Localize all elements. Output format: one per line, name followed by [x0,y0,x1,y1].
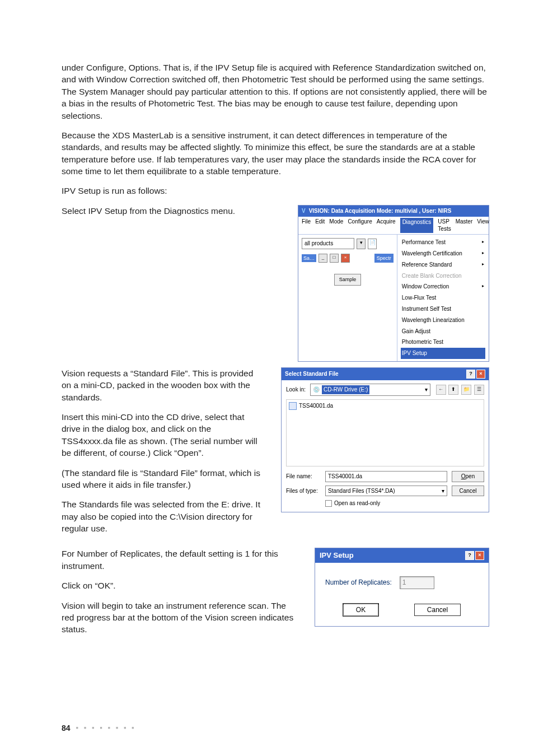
menu-item-wavelength-cert[interactable]: Wavelength Certification▸ [401,248,485,259]
read-only-checkbox[interactable]: Open as read-only [325,500,484,507]
menu-mode[interactable]: Mode [329,218,343,234]
paragraph: IPV Setup is run as follows: [62,185,489,197]
up-icon[interactable]: ⬆ [448,385,458,395]
cancel-button[interactable]: Cancel [414,604,461,617]
new-doc-icon[interactable]: 📄 [368,239,377,249]
window-title: VISION: Data Acquisition Mode: multivial… [309,207,452,215]
menu-item-photometric-test[interactable]: Photometric Test [401,337,485,348]
dialog-title: IPV Setup [320,550,354,561]
close-icon[interactable]: × [476,370,485,379]
page-number: 84 [62,723,71,734]
product-dropdown-value: all products [305,240,333,248]
help-icon[interactable]: ? [465,551,474,560]
file-name-input[interactable]: TSS40001.da [325,471,447,482]
look-in-label: Look in: [286,386,306,394]
minimize-icon[interactable]: _ [318,254,327,263]
menu-item-create-blank: Create Blank Correction [401,270,485,282]
menu-acquire[interactable]: Acquire [377,218,396,234]
page-footer: 84 ▪ ▪ ▪ ▪ ▪ ▪ ▪ ▪ [62,723,136,734]
cancel-button[interactable]: Cancel [452,486,484,497]
menu-diagnostics[interactable]: Diagnostics [400,218,434,234]
menubar[interactable]: File Edit Mode Configure Acquire Diagnos… [298,217,489,235]
paragraph: The Standards file was selected from the… [62,498,264,534]
file-type-dropdown[interactable]: Standard Files (TSS4*.DA)▾ [325,486,447,497]
menu-item-window-correction[interactable]: Window Correction▸ [401,281,485,292]
paragraph: Vision requests a “Standard File”. This … [62,367,264,403]
new-folder-icon[interactable]: 📁 [461,385,471,395]
file-type-label: Files of type: [286,487,321,495]
drive-icon: 💿 [313,386,320,394]
file-item[interactable]: TSS40001.da [289,402,481,410]
file-icon [289,402,297,410]
maximize-icon[interactable]: □ [330,254,339,263]
look-in-dropdown[interactable]: 💿 CD-RW Drive (E:) ▾ [310,384,430,396]
file-list[interactable]: TSS40001.da [286,399,484,466]
product-dropdown[interactable]: all products [302,238,354,249]
diagnostics-submenu: Performance Test▸ Wavelength Certificati… [401,237,485,359]
paragraph: Click on “OK”. [62,580,298,591]
menu-item-low-flux[interactable]: Low-Flux Test [401,292,485,304]
back-icon[interactable]: ← [436,385,446,395]
dialog-nav-icons: ← ⬆ 📁 ☰ [435,385,484,395]
ipv-setup-dialog: IPV Setup ? × Number of Replicates: 1 OK… [315,548,489,627]
file-name-text: TSS40001.da [299,402,333,410]
paragraph: (The standard file is “Standard File” fo… [62,467,264,491]
window-title-bar: V VISION: Data Acquisition Mode: multivi… [298,206,489,217]
menu-item-ipv-setup[interactable]: IPV Setup [401,348,485,359]
spectr-tab[interactable]: Spectr [374,254,394,263]
checkbox-icon[interactable] [325,500,332,507]
close-icon[interactable]: × [475,551,484,560]
select-standard-file-dialog: Select Standard File ? × Look in: 💿 CD-R… [281,367,489,512]
ok-button[interactable]: OK [343,604,378,617]
read-only-label: Open as read-only [334,500,380,507]
menu-edit[interactable]: Edit [315,218,325,234]
paragraph: Because the XDS MasterLab is a sensitive… [62,129,489,178]
footer-dots: ▪ ▪ ▪ ▪ ▪ ▪ ▪ ▪ [76,723,136,733]
close-icon[interactable]: × [341,254,350,263]
paragraph: For Number of Replicates, the default se… [62,548,298,572]
diagnostics-menu-screenshot: V VISION: Data Acquisition Mode: multivi… [298,205,489,362]
menu-view[interactable]: View [477,218,489,234]
paragraph: Select IPV Setup from the Diagnostics me… [62,205,281,217]
replicates-input[interactable]: 1 [400,576,434,589]
paragraph: Insert this mini-CD into the CD drive, s… [62,411,264,459]
menu-item-performance-test[interactable]: Performance Test▸ [401,237,485,248]
menu-usp-tests[interactable]: USP Tests [438,218,451,234]
sample-button[interactable]: Sample [334,274,362,285]
view-icon[interactable]: ☰ [474,385,484,395]
menu-item-wavelength-lin[interactable]: Wavelength Linearization [401,315,485,326]
paragraph: under Configure, Options. That is, if th… [62,62,489,122]
menu-file[interactable]: File [302,218,311,234]
menu-item-reference-standard[interactable]: Reference Standard▸ [401,259,485,270]
menu-master[interactable]: Master [456,218,473,234]
dialog-title: Select Standard File [285,370,339,378]
app-icon: V [302,207,306,215]
dropdown-arrow-icon[interactable]: ▾ [442,487,444,495]
sa-tab[interactable]: Sa… [302,254,316,262]
replicates-label: Number of Replicates: [325,578,392,587]
look-in-value: CD-RW Drive (E:) [322,385,369,394]
dropdown-arrow-icon[interactable]: ▾ [425,386,428,394]
help-icon[interactable]: ? [466,370,475,379]
paragraph: Vision will begin to take an instrument … [62,600,298,636]
menu-configure[interactable]: Configure [348,218,372,234]
file-name-label: File name: [286,473,321,480]
menu-item-gain-adjust[interactable]: Gain Adjust [401,326,485,337]
menu-item-self-test[interactable]: Instrument Self Test [401,304,485,315]
dropdown-arrow-icon[interactable]: ▾ [357,239,366,249]
open-button[interactable]: Open [452,471,484,482]
